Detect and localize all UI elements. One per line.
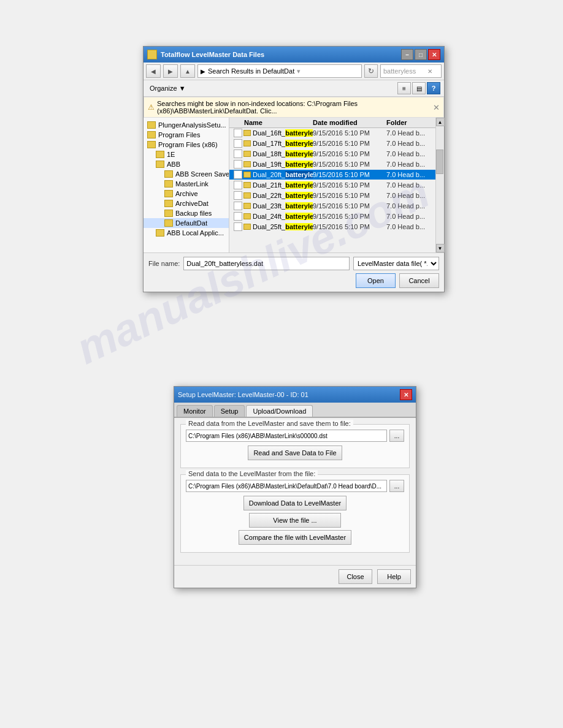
organize-button[interactable]: Organize ▼	[147, 83, 188, 93]
table-row[interactable]: Dual_19ft_batteryless.dat 9/15/2016 5:10…	[229, 159, 435, 170]
read-section-label: Read data from the LevelMaster and save …	[186, 420, 353, 427]
table-row[interactable]: Dual_22ft_batteryless.dat 9/15/2016 5:10…	[229, 191, 435, 201]
file-icon	[243, 192, 251, 199]
file-list-header: Name Date modified Folder	[229, 118, 435, 128]
file-checkbox[interactable]	[234, 170, 242, 179]
address-bar[interactable]: ▶ Search Results in DefaultDat ▾	[197, 64, 362, 78]
up-button[interactable]: ▲	[180, 64, 195, 78]
file-date: 9/15/2016 5:10 PM	[313, 202, 386, 210]
table-row[interactable]: Dual_16ft_batteryless.dat 9/15/2016 5:10…	[229, 128, 435, 138]
scroll-track[interactable]	[436, 126, 445, 244]
file-folder: 7.0 Head b...	[386, 161, 435, 168]
table-row[interactable]: Dual_24ft_batteryless.dat 9/15/2016 5:10…	[229, 211, 435, 222]
sidebar-item-defaultdat[interactable]: DefaultDat	[144, 218, 229, 228]
send-path-input[interactable]	[186, 480, 387, 492]
read-path-row: ...	[186, 430, 404, 442]
download-button[interactable]: Download Data to LevelMaster	[243, 496, 347, 510]
sidebar-label: Archive	[175, 190, 198, 197]
refresh-button[interactable]: ↻	[364, 64, 378, 78]
view-file-button[interactable]: View the file ...	[249, 513, 341, 528]
dialog2-help-button[interactable]: Help	[377, 569, 411, 584]
sidebar-item-abblocal[interactable]: ABB Local Applic...	[144, 228, 229, 238]
file-list-scrollbar[interactable]: ▲ ▼	[435, 118, 444, 252]
sidebar-item-programfilesx86[interactable]: Program Files (x86)	[144, 140, 229, 150]
compare-file-button[interactable]: Compare the file with LevelMaster	[239, 530, 351, 545]
sidebar-item-masterlink[interactable]: MasterLink	[144, 179, 229, 189]
search-bar: ✕	[380, 64, 442, 78]
search-input[interactable]	[383, 67, 426, 75]
table-row[interactable]: Dual_17ft_batteryless.dat 9/15/2016 5:10…	[229, 138, 435, 149]
file-date: 9/15/2016 5:10 PM	[313, 171, 386, 178]
file-name: Dual_25ft_batteryless.dat	[253, 223, 313, 230]
filetype-select[interactable]: LevelMaster data file( *.dat)	[353, 257, 439, 270]
file-checkbox[interactable]	[234, 129, 242, 137]
sidebar-label: MasterLink	[175, 180, 209, 188]
forward-button[interactable]: ▶	[163, 64, 178, 78]
info-close-button[interactable]: ✕	[433, 103, 440, 112]
tab-setup[interactable]: Setup	[214, 405, 245, 417]
view-details-button[interactable]: ▤	[412, 82, 426, 94]
col-date-header[interactable]: Date modified	[313, 119, 386, 126]
scroll-thumb[interactable]	[436, 150, 443, 174]
tab-monitor[interactable]: Monitor	[177, 405, 213, 417]
cancel-button[interactable]: Cancel	[399, 273, 439, 288]
sidebar-item-archive[interactable]: Archive	[144, 189, 229, 199]
send-browse-button[interactable]: ...	[389, 480, 404, 492]
file-checkbox[interactable]	[234, 160, 242, 169]
sidebar-label: ABB	[167, 161, 180, 168]
dialog2-content: Read data from the LevelMaster and save …	[174, 418, 416, 565]
table-row[interactable]: Dual_25ft_batteryless.dat 9/15/2016 5:10…	[229, 222, 435, 232]
file-checkbox[interactable]	[234, 181, 242, 189]
help-button[interactable]: ?	[427, 82, 440, 94]
file-icon	[243, 182, 251, 188]
col-name-header[interactable]: Name	[242, 119, 313, 126]
close-button[interactable]: ✕	[400, 389, 412, 400]
read-path-input[interactable]	[186, 430, 387, 442]
folder-icon	[164, 190, 173, 197]
scroll-down-button[interactable]: ▼	[436, 244, 445, 252]
file-folder: 7.0 Head p...	[386, 213, 435, 220]
file-checkbox[interactable]	[234, 212, 242, 221]
file-checkbox[interactable]	[234, 150, 242, 158]
read-save-button[interactable]: Read and Save Data to File	[248, 446, 342, 460]
file-folder: 7.0 Head b...	[386, 181, 435, 189]
file-checkbox[interactable]	[234, 222, 242, 231]
send-section-label: Send data to the LevelMaster from the fi…	[186, 470, 318, 477]
open-button[interactable]: Open	[356, 273, 396, 288]
dialog2-close-button[interactable]: Close	[339, 569, 372, 584]
file-date: 9/15/2016 5:10 PM	[313, 181, 386, 189]
info-bar: ⚠ Searches might be slow in non-indexed …	[144, 97, 444, 118]
file-checkbox[interactable]	[234, 202, 242, 210]
search-clear-icon[interactable]: ✕	[427, 68, 432, 75]
sidebar-item-plunger[interactable]: PlungerAnalysisSetu...	[144, 120, 229, 130]
table-row[interactable]: Dual_23ft_batteryless.dat 9/15/2016 5:10…	[229, 201, 435, 211]
sidebar-item-1e[interactable]: 1E	[144, 150, 229, 159]
back-button[interactable]: ◀	[146, 64, 161, 78]
file-checkbox[interactable]	[234, 139, 242, 148]
file-icon	[243, 151, 251, 157]
scroll-up-button[interactable]: ▲	[436, 118, 445, 126]
minimize-button[interactable]: –	[401, 49, 413, 60]
sidebar-item-programfiles[interactable]: Program Files	[144, 130, 229, 140]
close-button[interactable]: ✕	[428, 49, 440, 60]
info-icon: ⚠	[148, 103, 155, 112]
table-row[interactable]: Dual_18ft_batteryless.dat 9/15/2016 5:10…	[229, 149, 435, 159]
table-row[interactable]: Dual_20ft_batteryless.dat 9/15/2016 5:10…	[229, 170, 435, 180]
filename-input[interactable]	[183, 257, 350, 270]
sidebar-item-backup[interactable]: Backup files	[144, 208, 229, 218]
view-list-button[interactable]: ≡	[397, 82, 411, 94]
sidebar-item-archivedat[interactable]: ArchiveDat	[144, 199, 229, 208]
file-checkbox[interactable]	[234, 191, 242, 200]
organize-bar: Organize ▼ ≡ ▤ ?	[144, 80, 444, 97]
table-row[interactable]: Dual_21ft_batteryless.dat 9/15/2016 5:10…	[229, 180, 435, 191]
file-name: Dual_16ft_batteryless.dat	[253, 129, 313, 137]
sidebar-item-abbscreen[interactable]: ABB Screen Save...	[144, 169, 229, 179]
tab-upload-download[interactable]: Upload/Download	[246, 405, 313, 417]
folder-icon	[156, 151, 164, 158]
col-folder-header[interactable]: Folder	[386, 119, 435, 126]
file-folder: 7.0 Head p...	[386, 202, 435, 210]
sidebar-item-abb[interactable]: ABB	[144, 159, 229, 169]
folder-icon	[164, 219, 173, 227]
read-browse-button[interactable]: ...	[389, 430, 404, 442]
maximize-button[interactable]: □	[415, 49, 427, 60]
